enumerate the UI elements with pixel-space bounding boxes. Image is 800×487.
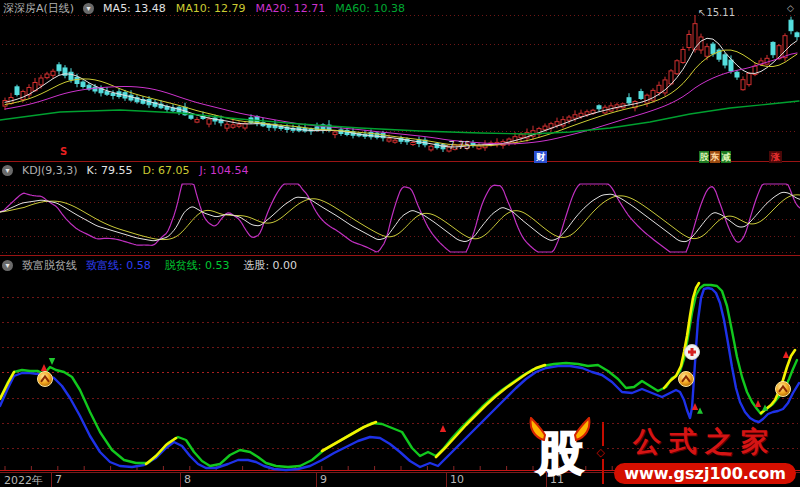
event-badge-cluster[interactable]: 股东减 xyxy=(699,151,731,163)
kdj-indicator-name: KDJ(9,3,3) xyxy=(22,164,78,177)
custom-value-label: 致富线: 0.58 xyxy=(86,258,151,273)
axis-divider xyxy=(51,473,52,487)
event-badge[interactable]: 减 xyxy=(721,151,731,163)
axis-month-label: 9 xyxy=(320,473,327,486)
axis-divider xyxy=(316,473,317,487)
chart-canvas[interactable] xyxy=(0,0,800,487)
gszj-watermark-logo: 股 ◇ 公式之家 www.gszj100.com xyxy=(528,422,796,484)
ma-label: MA20: 12.71 xyxy=(256,2,326,15)
axis-divider xyxy=(180,473,181,487)
event-badge[interactable]: 东 xyxy=(710,151,720,163)
kdj-value-label: J: 104.54 xyxy=(200,164,249,177)
custom-value-label: 脱贫线: 0.53 xyxy=(165,258,230,273)
kdj-values: K: 79.55D: 67.05J: 104.54 xyxy=(87,164,249,177)
axis-month-label: 7 xyxy=(55,473,62,486)
logo-site-name: 公式之家 xyxy=(633,423,777,461)
kdj-value-label: K: 79.55 xyxy=(87,164,133,177)
ma-legend: MA5: 13.48MA10: 12.79MA20: 12.71MA60: 10… xyxy=(103,2,405,15)
custom-panel-header: ▾ 致富脱贫线 致富线: 0.58脱贫线: 0.53选股: 0.00 xyxy=(2,258,297,273)
kdj-value-label: D: 67.05 xyxy=(142,164,189,177)
custom-indicator-name: 致富脱贫线 xyxy=(22,258,77,273)
page-title: 深深房A(日线) xyxy=(3,1,74,16)
chevron-down-icon[interactable]: ▾ xyxy=(83,3,94,14)
chevron-down-icon[interactable]: ▾ xyxy=(2,260,13,271)
price-panel-header: 深深房A(日线) ▾ MA5: 13.48MA10: 12.79MA20: 12… xyxy=(3,1,405,16)
stock-chart-window: 深深房A(日线) ▾ MA5: 13.48MA10: 12.79MA20: 12… xyxy=(0,0,800,487)
event-badge-limit-up[interactable]: 涨 xyxy=(769,151,782,163)
axis-month-label: 8 xyxy=(184,473,191,486)
axis-divider xyxy=(446,473,447,487)
bull-horn-icon xyxy=(572,417,592,441)
ma-label: MA10: 12.79 xyxy=(176,2,246,15)
event-badge-finance[interactable]: 财 xyxy=(534,151,547,163)
kdj-panel-header: ▾ KDJ(9,3,3) K: 79.55D: 67.05J: 104.54 xyxy=(2,164,249,177)
logo-bull-glyph: 股 xyxy=(528,422,592,484)
chevron-down-icon[interactable]: ▾ xyxy=(2,165,13,176)
custom-value-label: 选股: 0.00 xyxy=(243,258,297,273)
diamond-marker: ◇ xyxy=(787,3,794,13)
axis-year-label: 2022年 xyxy=(4,473,43,487)
ma-label: MA60: 10.38 xyxy=(335,2,405,15)
logo-divider: ◇ xyxy=(602,422,604,484)
bull-horn-icon xyxy=(528,417,548,441)
price-low-label: ←7.75 xyxy=(440,140,471,151)
logo-site-url: www.gszj100.com xyxy=(614,463,796,484)
axis-month-label: 10 xyxy=(450,473,464,486)
diamond-icon: ◇ xyxy=(596,446,604,459)
price-high-label: ↖15.11 xyxy=(698,7,735,18)
custom-values: 致富线: 0.58脱贫线: 0.53选股: 0.00 xyxy=(86,258,297,273)
ma-label: MA5: 13.48 xyxy=(103,2,166,15)
sell-signal-badge[interactable]: S xyxy=(59,146,68,158)
event-badge[interactable]: 股 xyxy=(699,151,709,163)
